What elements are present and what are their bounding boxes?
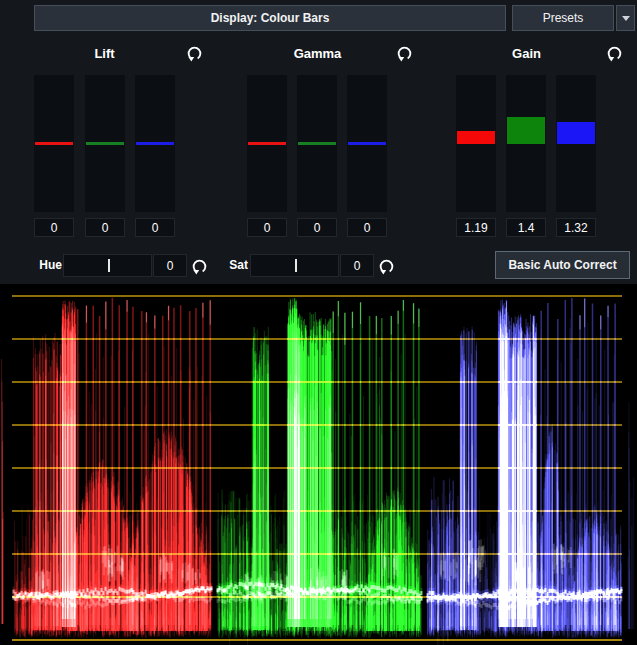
gain-green-marker — [507, 117, 545, 144]
gain-green-value: 1.4 — [506, 218, 546, 237]
gain-blue-value: 1.32 — [556, 218, 596, 237]
gamma-green-value: 0 — [297, 218, 337, 237]
sat-reset-icon[interactable] — [377, 257, 395, 275]
gain-green-slider[interactable] — [506, 75, 546, 212]
display-mode-button[interactable]: Display: Colour Bars — [34, 5, 506, 31]
basic-auto-correct-button[interactable]: Basic Auto Correct — [495, 251, 630, 279]
chevron-down-icon — [622, 16, 630, 21]
gain-title: Gain — [456, 46, 597, 61]
gain-blue-slider[interactable] — [556, 75, 596, 212]
rgb-parade-waveform — [0, 284, 637, 645]
sat-slider-handle[interactable] — [295, 259, 297, 272]
lift-title: Lift — [34, 46, 175, 61]
gamma-blue-value: 0 — [347, 218, 387, 237]
gamma-title: Gamma — [247, 46, 388, 61]
sat-value: 0 — [340, 254, 374, 277]
gamma-blue-marker — [348, 142, 386, 145]
lift-green-slider[interactable] — [85, 75, 125, 212]
colour-correction-panel: Display: Colour Bars Presets Lift Gamma … — [0, 0, 637, 645]
gamma-green-slider[interactable] — [297, 75, 337, 212]
sat-label: Sat — [214, 258, 248, 272]
lift-green-marker — [86, 142, 124, 145]
gain-red-marker — [457, 131, 495, 144]
gamma-blue-slider[interactable] — [347, 75, 387, 212]
lift-red-marker — [35, 142, 73, 145]
hue-slider[interactable] — [63, 254, 152, 277]
lift-blue-value: 0 — [135, 218, 175, 237]
lift-green-value: 0 — [85, 218, 125, 237]
hue-value: 0 — [153, 254, 187, 277]
hue-reset-icon[interactable] — [190, 257, 208, 275]
gamma-red-slider[interactable] — [247, 75, 287, 212]
hue-slider-handle[interactable] — [108, 259, 110, 272]
gamma-green-marker — [298, 142, 336, 145]
gamma-red-value: 0 — [247, 218, 287, 237]
gamma-reset-icon[interactable] — [395, 44, 413, 62]
presets-button[interactable]: Presets — [512, 5, 614, 31]
sat-slider[interactable] — [250, 254, 339, 277]
gain-red-slider[interactable] — [456, 75, 496, 212]
gamma-red-marker — [248, 142, 286, 145]
lift-blue-slider[interactable] — [135, 75, 175, 212]
lift-blue-marker — [136, 142, 174, 145]
gain-blue-marker — [557, 122, 595, 144]
lift-red-value: 0 — [34, 218, 74, 237]
gain-red-value: 1.19 — [456, 218, 496, 237]
gain-reset-icon[interactable] — [605, 44, 623, 62]
hue-label: Hue — [30, 258, 62, 272]
lift-red-slider[interactable] — [34, 75, 74, 212]
presets-dropdown-button[interactable] — [616, 5, 635, 31]
lift-reset-icon[interactable] — [185, 44, 203, 62]
